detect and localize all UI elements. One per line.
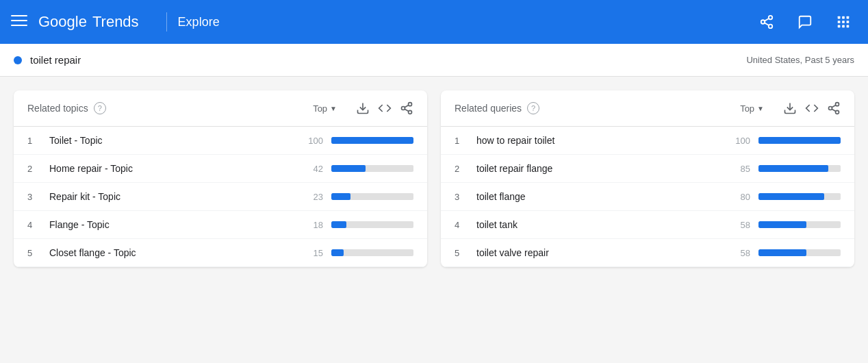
queries-chevron-down-icon: ▼ xyxy=(757,105,764,112)
svg-line-22 xyxy=(405,105,409,107)
svg-rect-9 xyxy=(842,16,845,19)
notification-icon[interactable] xyxy=(791,8,819,36)
topics-embed-icon[interactable] xyxy=(378,101,392,115)
search-dot xyxy=(14,56,22,64)
row-value: 58 xyxy=(728,248,750,258)
bar-container xyxy=(758,221,841,228)
bar-container xyxy=(331,221,413,228)
bar-fill xyxy=(331,137,413,144)
row-label: Home repair - Topic xyxy=(49,163,301,174)
apps-icon[interactable] xyxy=(830,8,857,36)
row-value: 58 xyxy=(728,220,750,230)
svg-point-25 xyxy=(829,107,832,110)
svg-point-18 xyxy=(409,103,412,106)
queries-rows: 1 how to repair toilet 100 2 toilet repa… xyxy=(441,127,854,267)
row-number: 1 xyxy=(27,136,44,146)
svg-point-4 xyxy=(761,20,765,24)
row-label: toilet repair flange xyxy=(476,163,728,174)
share-icon[interactable] xyxy=(753,8,780,36)
bar-fill xyxy=(331,165,366,172)
header-icons xyxy=(753,8,857,36)
bar-fill xyxy=(758,137,841,144)
related-queries-help-icon[interactable]: ? xyxy=(527,102,539,114)
svg-point-5 xyxy=(769,25,773,28)
row-number: 1 xyxy=(455,136,471,146)
search-bar: toilet repair United States, Past 5 year… xyxy=(0,44,868,77)
table-row[interactable]: 5 toilet valve repair 58 xyxy=(441,239,854,267)
queries-embed-icon[interactable] xyxy=(805,101,819,115)
app-logo: Google Trends xyxy=(38,13,139,31)
main-content: Related topics ? Top ▼ xyxy=(0,77,868,281)
table-row[interactable]: 5 Closet flange - Topic 15 xyxy=(14,239,427,267)
bar-container xyxy=(758,249,841,256)
queries-top-label: Top xyxy=(740,103,754,114)
related-queries-header: Related queries ? Top ▼ xyxy=(441,90,854,127)
queries-download-icon[interactable] xyxy=(783,101,797,115)
bar-fill xyxy=(331,221,346,228)
row-label: how to repair toilet xyxy=(476,135,728,146)
row-label: Flange - Topic xyxy=(49,219,301,230)
svg-point-26 xyxy=(836,110,839,114)
row-value: 23 xyxy=(301,192,323,202)
bar-fill xyxy=(758,249,806,256)
row-label: toilet valve repair xyxy=(476,247,728,258)
svg-line-27 xyxy=(832,109,836,111)
bar-container xyxy=(758,137,841,144)
row-value: 80 xyxy=(728,192,750,202)
topics-top-selector[interactable]: Top ▼ xyxy=(313,103,337,114)
search-meta: United States, Past 5 years xyxy=(746,55,854,65)
bar-fill xyxy=(331,193,350,200)
table-row[interactable]: 1 Toilet - Topic 100 xyxy=(14,127,427,155)
related-topics-header: Related topics ? Top ▼ xyxy=(14,90,427,127)
bar-container xyxy=(758,193,841,200)
table-row[interactable]: 4 toilet tank 58 xyxy=(441,211,854,239)
topics-chevron-down-icon: ▼ xyxy=(330,105,337,112)
row-number: 5 xyxy=(27,248,44,258)
app-header: Google Trends Explore xyxy=(0,0,868,44)
topics-download-icon[interactable] xyxy=(356,101,370,115)
svg-rect-16 xyxy=(847,25,850,28)
svg-rect-1 xyxy=(11,20,27,21)
row-label: Toilet - Topic xyxy=(49,135,301,146)
row-label: Repair kit - Topic xyxy=(49,191,301,202)
search-term: toilet repair xyxy=(30,54,746,66)
bar-fill xyxy=(758,165,828,172)
svg-rect-13 xyxy=(847,21,850,23)
queries-share-icon[interactable] xyxy=(827,101,841,115)
table-row[interactable]: 1 how to repair toilet 100 xyxy=(441,127,854,155)
row-number: 4 xyxy=(27,220,44,230)
bar-container xyxy=(331,193,413,200)
related-topics-help-icon[interactable]: ? xyxy=(94,102,106,114)
row-number: 2 xyxy=(27,164,44,174)
row-number: 5 xyxy=(455,248,471,258)
svg-line-7 xyxy=(765,18,769,21)
svg-rect-10 xyxy=(847,16,850,19)
row-label: toilet tank xyxy=(476,219,728,230)
row-number: 2 xyxy=(455,164,471,174)
header-divider xyxy=(166,12,167,32)
svg-line-6 xyxy=(765,23,769,25)
topics-top-label: Top xyxy=(313,103,327,114)
table-row[interactable]: 4 Flange - Topic 18 xyxy=(14,211,427,239)
bar-container xyxy=(331,165,413,172)
svg-line-21 xyxy=(405,109,409,111)
svg-line-28 xyxy=(832,105,836,107)
menu-icon[interactable] xyxy=(11,12,27,32)
svg-point-20 xyxy=(409,110,412,114)
table-row[interactable]: 3 toilet flange 80 xyxy=(441,183,854,211)
row-number: 3 xyxy=(455,192,471,202)
row-value: 100 xyxy=(301,136,323,146)
svg-rect-15 xyxy=(842,25,845,28)
table-row[interactable]: 2 toilet repair flange 85 xyxy=(441,155,854,183)
table-row[interactable]: 2 Home repair - Topic 42 xyxy=(14,155,427,183)
topics-share-icon[interactable] xyxy=(400,101,413,115)
bar-fill xyxy=(331,249,344,256)
svg-rect-14 xyxy=(838,25,841,28)
queries-top-selector[interactable]: Top ▼ xyxy=(740,103,764,114)
related-topics-title: Related topics xyxy=(27,103,88,114)
svg-point-24 xyxy=(836,103,839,106)
table-row[interactable]: 3 Repair kit - Topic 23 xyxy=(14,183,427,211)
explore-label: Explore xyxy=(178,15,220,29)
related-queries-title: Related queries xyxy=(455,103,522,114)
row-value: 85 xyxy=(728,164,750,174)
